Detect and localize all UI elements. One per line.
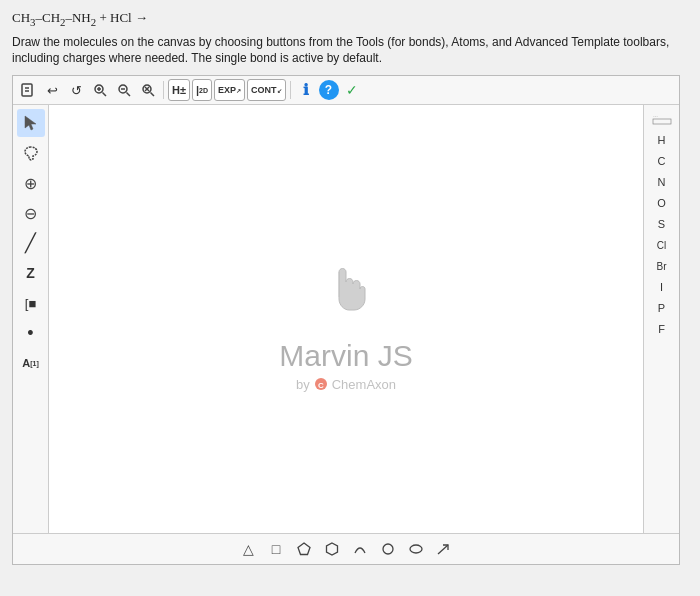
square-shape-button[interactable]: □ bbox=[265, 538, 287, 560]
undo-button[interactable]: ↩ bbox=[41, 79, 63, 101]
atom-S-button[interactable]: S bbox=[648, 214, 676, 234]
bracket-button[interactable]: [■ bbox=[17, 289, 45, 317]
top-toolbar: ↩ ↺ H± bbox=[13, 76, 679, 105]
svg-point-21 bbox=[383, 544, 393, 554]
atom-label-button[interactable]: A[1] bbox=[17, 349, 45, 377]
atom-C-button[interactable]: C bbox=[648, 151, 676, 171]
pentagon-shape-button[interactable] bbox=[293, 538, 315, 560]
svg-point-15 bbox=[315, 378, 327, 390]
exp-button[interactable]: EXP↗ bbox=[214, 79, 245, 101]
svg-marker-19 bbox=[298, 543, 310, 555]
remove-button[interactable]: ⊖ bbox=[17, 199, 45, 227]
zoom-reset-button[interactable] bbox=[137, 79, 159, 101]
arc-shape-button[interactable] bbox=[349, 538, 371, 560]
bottom-toolbar: △ □ bbox=[13, 533, 679, 564]
check-button[interactable]: ✓ bbox=[341, 79, 363, 101]
right-toolbar: … H C N O S Cl Br I P F bbox=[643, 105, 679, 533]
canvas-area[interactable]: Marvin JS by C ChemAxon bbox=[49, 105, 643, 533]
svg-rect-0 bbox=[22, 84, 32, 96]
arrow-shape-button[interactable] bbox=[433, 538, 455, 560]
new-button[interactable] bbox=[17, 79, 39, 101]
h-plus-button[interactable]: H± bbox=[168, 79, 190, 101]
redo-button[interactable]: ↺ bbox=[65, 79, 87, 101]
svg-rect-18 bbox=[653, 119, 671, 124]
select-tool-button[interactable] bbox=[17, 109, 45, 137]
svg-text:C: C bbox=[318, 381, 324, 390]
svg-line-23 bbox=[438, 545, 448, 554]
svg-point-22 bbox=[410, 545, 422, 553]
double-bond-button[interactable]: Z bbox=[17, 259, 45, 287]
atom-Br-button[interactable]: Br bbox=[648, 256, 676, 276]
single-bond-button[interactable]: ╱ bbox=[17, 229, 45, 257]
zoom-out-button[interactable] bbox=[113, 79, 135, 101]
atom-I-button[interactable]: I bbox=[648, 277, 676, 297]
svg-text:…: … bbox=[653, 112, 658, 118]
marvin-hand-icon bbox=[311, 247, 381, 331]
toolbar-separator-1 bbox=[163, 81, 164, 99]
atom-count-button[interactable]: … bbox=[648, 109, 676, 129]
svg-line-11 bbox=[151, 93, 155, 97]
equation-line: CH3–CH2–NH2 + HCl → bbox=[12, 10, 688, 28]
zoom-in-button[interactable] bbox=[89, 79, 111, 101]
atom-Cl-button[interactable]: Cl bbox=[648, 235, 676, 255]
marvin-title-text: Marvin JS bbox=[279, 339, 412, 373]
lasso-tool-button[interactable] bbox=[17, 139, 45, 167]
content-area: ⊕ ⊖ ╱ Z [■ • A[1] bbox=[13, 105, 679, 533]
marvin-subtitle: by C ChemAxon bbox=[296, 377, 396, 392]
cont-button[interactable]: CONT↙ bbox=[247, 79, 286, 101]
svg-marker-20 bbox=[327, 543, 338, 555]
left-toolbar: ⊕ ⊖ ╱ Z [■ • A[1] bbox=[13, 105, 49, 533]
hexagon-shape-button[interactable] bbox=[321, 538, 343, 560]
help-button[interactable]: ? bbox=[319, 80, 339, 100]
info-button[interactable]: ℹ bbox=[295, 79, 317, 101]
dot-button[interactable]: • bbox=[17, 319, 45, 347]
toolbar-separator-2 bbox=[290, 81, 291, 99]
atom-P-button[interactable]: P bbox=[648, 298, 676, 318]
svg-marker-14 bbox=[25, 116, 36, 130]
add-atom-button[interactable]: ⊕ bbox=[17, 169, 45, 197]
ellipse-shape-button[interactable] bbox=[405, 538, 427, 560]
marvin-watermark: Marvin JS by C ChemAxon bbox=[279, 247, 412, 392]
atom-F-button[interactable]: F bbox=[648, 319, 676, 339]
svg-line-4 bbox=[103, 93, 107, 97]
marvin-canvas-container: ↩ ↺ H± bbox=[12, 75, 680, 565]
description-text: Draw the molecules on the canvas by choo… bbox=[12, 34, 672, 68]
triangle-shape-button[interactable]: △ bbox=[237, 538, 259, 560]
svg-line-8 bbox=[127, 93, 131, 97]
atom-N-button[interactable]: N bbox=[648, 172, 676, 192]
atom-O-button[interactable]: O bbox=[648, 193, 676, 213]
atom-H-button[interactable]: H bbox=[648, 130, 676, 150]
circle-shape-button[interactable] bbox=[377, 538, 399, 560]
2d-button[interactable]: |2D bbox=[192, 79, 212, 101]
